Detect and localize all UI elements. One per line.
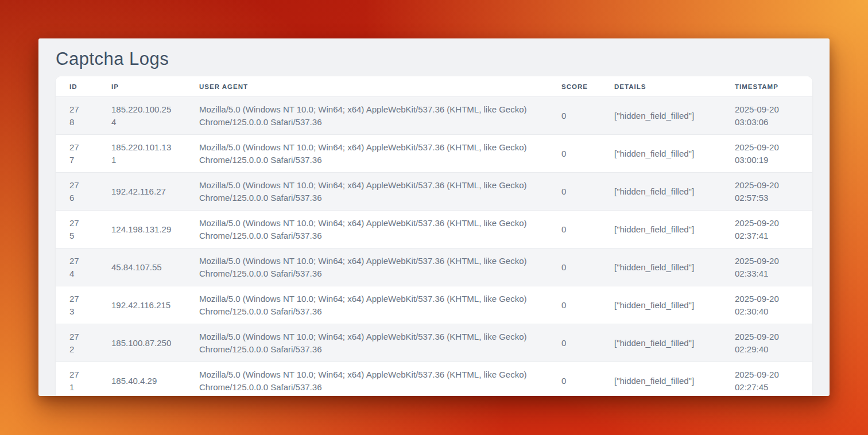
cell-ip: 45.84.107.55 bbox=[98, 248, 185, 286]
cell-user-agent: Mozilla/5.0 (Windows NT 10.0; Win64; x64… bbox=[185, 135, 548, 173]
cell-timestamp: 2025-09-20 03:00:19 bbox=[721, 135, 812, 173]
cell-details: ["hidden_field_filled"] bbox=[600, 173, 721, 211]
cell-timestamp: 2025-09-20 02:33:41 bbox=[721, 248, 812, 286]
table-row: 276 192.42.116.27 Mozilla/5.0 (Windows N… bbox=[56, 173, 812, 211]
cell-timestamp: 2025-09-20 03:03:06 bbox=[721, 97, 812, 135]
cell-score: 0 bbox=[548, 362, 600, 397]
column-header-user-agent: USER AGENT bbox=[185, 76, 548, 97]
cell-score: 0 bbox=[548, 248, 600, 286]
table-row: 272 185.100.87.250 Mozilla/5.0 (Windows … bbox=[56, 324, 812, 362]
cell-details: ["hidden_field_filled"] bbox=[600, 211, 721, 248]
table-header-row: ID IP USER AGENT SCORE DETAILS TIMESTAMP bbox=[56, 76, 812, 97]
cell-ip: 124.198.131.29 bbox=[98, 211, 185, 248]
cell-ip: 192.42.116.27 bbox=[98, 173, 185, 211]
cell-score: 0 bbox=[548, 97, 600, 135]
cell-id: 274 bbox=[56, 248, 98, 286]
cell-timestamp: 2025-09-20 02:30:40 bbox=[721, 286, 812, 324]
captcha-logs-card: Captcha Logs ID IP USER AGENT SCORE DETA… bbox=[38, 38, 830, 396]
cell-score: 0 bbox=[548, 135, 600, 173]
page-title: Captcha Logs bbox=[56, 50, 812, 68]
cell-user-agent: Mozilla/5.0 (Windows NT 10.0; Win64; x64… bbox=[185, 324, 548, 362]
column-header-id: ID bbox=[56, 76, 98, 97]
cell-id: 272 bbox=[56, 324, 98, 362]
cell-score: 0 bbox=[548, 211, 600, 248]
cell-user-agent: Mozilla/5.0 (Windows NT 10.0; Win64; x64… bbox=[185, 248, 548, 286]
cell-details: ["hidden_field_filled"] bbox=[600, 248, 721, 286]
cell-id: 275 bbox=[56, 211, 98, 248]
cell-user-agent: Mozilla/5.0 (Windows NT 10.0; Win64; x64… bbox=[185, 173, 548, 211]
cell-timestamp: 2025-09-20 02:29:40 bbox=[721, 324, 812, 362]
cell-timestamp: 2025-09-20 02:57:53 bbox=[721, 173, 812, 211]
cell-ip: 185.220.100.254 bbox=[98, 97, 185, 135]
cell-timestamp: 2025-09-20 02:27:45 bbox=[721, 362, 812, 397]
cell-details: ["hidden_field_filled"] bbox=[600, 362, 721, 397]
table-row: 273 192.42.116.215 Mozilla/5.0 (Windows … bbox=[56, 286, 812, 324]
cell-user-agent: Mozilla/5.0 (Windows NT 10.0; Win64; x64… bbox=[185, 211, 548, 248]
table-row: 275 124.198.131.29 Mozilla/5.0 (Windows … bbox=[56, 211, 812, 248]
cell-user-agent: Mozilla/5.0 (Windows NT 10.0; Win64; x64… bbox=[185, 286, 548, 324]
cell-id: 271 bbox=[56, 362, 98, 397]
cell-score: 0 bbox=[548, 324, 600, 362]
cell-timestamp: 2025-09-20 02:37:41 bbox=[721, 211, 812, 248]
cell-ip: 185.40.4.29 bbox=[98, 362, 185, 397]
cell-details: ["hidden_field_filled"] bbox=[600, 97, 721, 135]
cell-id: 277 bbox=[56, 135, 98, 173]
table-row: 278 185.220.100.254 Mozilla/5.0 (Windows… bbox=[56, 97, 812, 135]
table-row: 277 185.220.101.131 Mozilla/5.0 (Windows… bbox=[56, 135, 812, 173]
cell-details: ["hidden_field_filled"] bbox=[600, 286, 721, 324]
cell-ip: 192.42.116.215 bbox=[98, 286, 185, 324]
cell-score: 0 bbox=[548, 286, 600, 324]
column-header-ip: IP bbox=[98, 76, 185, 97]
logs-table-container: ID IP USER AGENT SCORE DETAILS TIMESTAMP… bbox=[56, 76, 812, 396]
cell-user-agent: Mozilla/5.0 (Windows NT 10.0; Win64; x64… bbox=[185, 97, 548, 135]
cell-user-agent: Mozilla/5.0 (Windows NT 10.0; Win64; x64… bbox=[185, 362, 548, 397]
column-header-score: SCORE bbox=[548, 76, 600, 97]
cell-ip: 185.100.87.250 bbox=[98, 324, 185, 362]
table-row: 274 45.84.107.55 Mozilla/5.0 (Windows NT… bbox=[56, 248, 812, 286]
logs-table: ID IP USER AGENT SCORE DETAILS TIMESTAMP… bbox=[56, 76, 812, 396]
cell-details: ["hidden_field_filled"] bbox=[600, 135, 721, 173]
cell-details: ["hidden_field_filled"] bbox=[600, 324, 721, 362]
cell-ip: 185.220.101.131 bbox=[98, 135, 185, 173]
column-header-timestamp: TIMESTAMP bbox=[721, 76, 812, 97]
table-body: 278 185.220.100.254 Mozilla/5.0 (Windows… bbox=[56, 97, 812, 397]
cell-score: 0 bbox=[548, 173, 600, 211]
cell-id: 276 bbox=[56, 173, 98, 211]
cell-id: 273 bbox=[56, 286, 98, 324]
table-row: 271 185.40.4.29 Mozilla/5.0 (Windows NT … bbox=[56, 362, 812, 397]
cell-id: 278 bbox=[56, 97, 98, 135]
column-header-details: DETAILS bbox=[600, 76, 721, 97]
